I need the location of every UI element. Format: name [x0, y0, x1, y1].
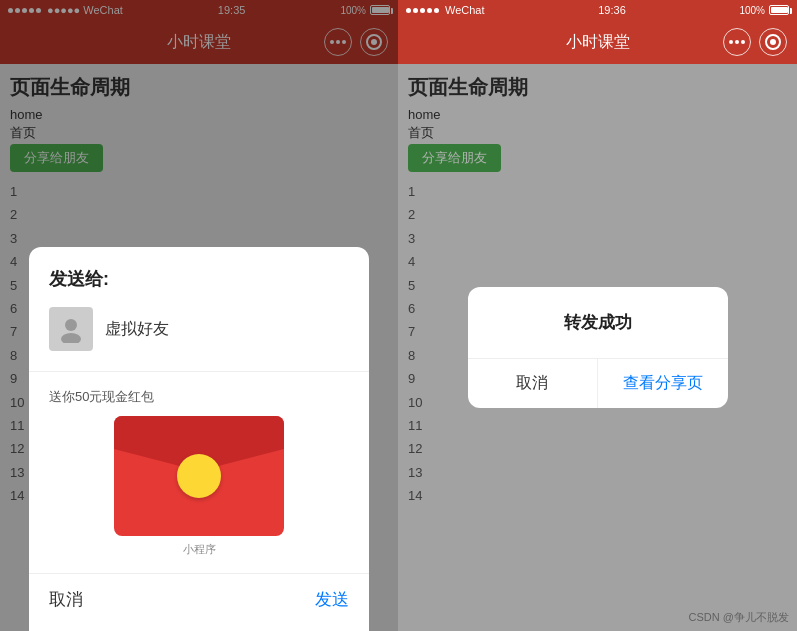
right-nav-title: 小时课堂 — [566, 32, 630, 53]
miniprogram-label: 小程序 — [183, 542, 216, 557]
success-dialog: 转发成功 取消 查看分享页 — [468, 287, 728, 408]
modal-cancel-button[interactable]: 取消 — [49, 588, 83, 611]
gift-label: 送你50元现金红包 — [49, 388, 349, 406]
right-signal-dots — [406, 8, 439, 13]
right-battery: 100% — [739, 5, 789, 16]
right-more-icon[interactable] — [723, 28, 751, 56]
send-modal-overlay[interactable]: 发送给: 虚拟好友 送你50元现金红包 — [0, 0, 398, 631]
success-cancel-button[interactable]: 取消 — [468, 359, 599, 408]
right-nav-bar: 小时课堂 — [398, 20, 797, 64]
send-modal-card: 发送给: 虚拟好友 送你50元现金红包 — [29, 247, 369, 631]
recipient-row: 虚拟好友 — [49, 307, 349, 351]
modal-actions: 取消 发送 — [49, 574, 349, 611]
svg-point-0 — [65, 319, 77, 331]
red-envelope-wrap: 小程序 — [49, 416, 349, 557]
success-title: 转发成功 — [488, 311, 708, 334]
right-battery-icon — [769, 5, 789, 15]
right-nav-actions — [723, 28, 787, 56]
svg-point-1 — [61, 333, 81, 343]
right-status-signal: WeChat — [406, 4, 485, 16]
right-target-icon[interactable] — [759, 28, 787, 56]
right-status-bar: WeChat 19:36 100% — [398, 0, 797, 20]
right-panel: WeChat 19:36 100% 小时课堂 页面生命周期 home 首页 分享… — [398, 0, 797, 631]
right-wechat-label: WeChat — [445, 4, 485, 16]
modal-send-button[interactable]: 发送 — [315, 588, 349, 611]
red-envelope — [114, 416, 284, 536]
recipient-name: 虚拟好友 — [105, 319, 169, 340]
success-view-button[interactable]: 查看分享页 — [598, 359, 728, 408]
send-to-label: 发送给: — [49, 267, 349, 291]
success-dialog-overlay[interactable]: 转发成功 取消 查看分享页 — [398, 64, 797, 631]
envelope-coin — [177, 454, 221, 498]
recipient-avatar — [49, 307, 93, 351]
success-actions: 取消 查看分享页 — [468, 358, 728, 408]
person-icon — [57, 315, 85, 343]
left-panel: ●●●●● WeChat 19:35 100% 小时课堂 页面生命周期 home… — [0, 0, 398, 631]
right-page-content: 页面生命周期 home 首页 分享给朋友 12345 678910 111213… — [398, 64, 797, 631]
right-time: 19:36 — [598, 4, 626, 16]
right-target-inner — [765, 34, 781, 50]
modal-top-divider — [29, 371, 369, 372]
